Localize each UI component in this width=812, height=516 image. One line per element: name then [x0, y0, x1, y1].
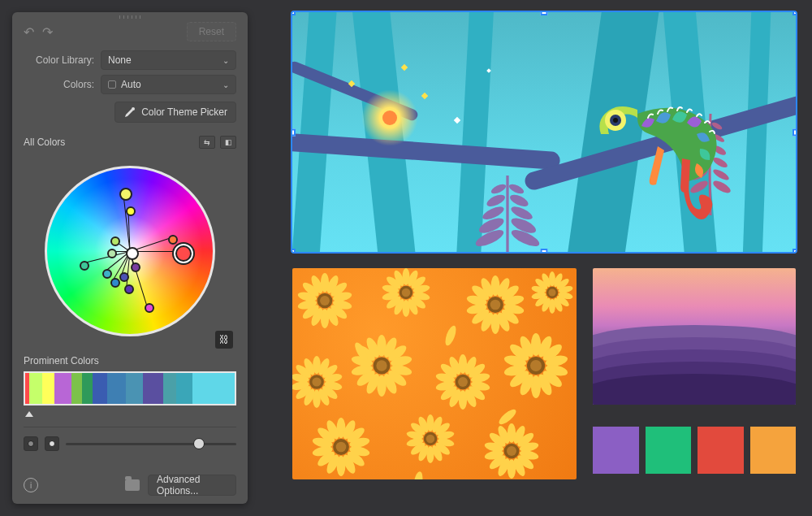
prominent-swatch[interactable]: [29, 373, 41, 404]
prominent-swatch[interactable]: [143, 373, 164, 404]
brightness-mode-toggle[interactable]: [24, 436, 38, 451]
svg-point-1: [490, 182, 508, 195]
svg-point-0: [132, 107, 135, 111]
eyedropper-icon: [123, 106, 136, 119]
palette-swatch[interactable]: [750, 427, 797, 474]
color-wheel-node[interactable]: [131, 262, 140, 272]
color-library-select[interactable]: None ⌄: [101, 50, 236, 70]
selection-handle[interactable]: [541, 12, 548, 15]
color-wheel-node[interactable]: [168, 235, 178, 245]
undo-icon[interactable]: ↶: [24, 24, 34, 40]
svg-point-105: [312, 377, 321, 386]
redo-icon[interactable]: ↷: [42, 24, 53, 40]
color-library-label: Color Library:: [24, 54, 101, 66]
flower-icon: [435, 354, 490, 410]
theme-picker-label: Color Theme Picker: [141, 106, 227, 118]
saturation-mode-toggle[interactable]: [45, 436, 59, 451]
svg-point-4: [508, 193, 530, 209]
reset-button[interactable]: Reset: [187, 22, 236, 41]
svg-point-185: [426, 435, 435, 444]
selection-handle[interactable]: [541, 249, 548, 252]
flower-icon: [531, 271, 573, 314]
sort-by-lightness-button[interactable]: ◧: [220, 136, 236, 149]
advanced-options-button[interactable]: Advanced Options...: [148, 475, 236, 496]
colors-select[interactable]: Auto ⌄: [101, 75, 236, 94]
prominent-swatch[interactable]: [93, 373, 107, 404]
color-wheel-node[interactable]: [107, 249, 117, 258]
selection-handle[interactable]: [793, 249, 796, 252]
save-to-library-icon[interactable]: [125, 479, 140, 491]
flower-icon: [312, 418, 370, 476]
flower-icon: [503, 333, 568, 398]
palette-swatch[interactable]: [646, 427, 692, 474]
colors-label: Colors:: [24, 79, 101, 90]
color-palette-row: [593, 427, 796, 474]
palette-swatch[interactable]: [593, 427, 639, 474]
flower-icon: [484, 423, 539, 479]
fern-icon: [463, 167, 552, 252]
slider-knob[interactable]: [193, 438, 205, 449]
prominent-colors-heading: Prominent Colors: [24, 355, 236, 366]
sort-by-hue-button[interactable]: ⇆: [199, 136, 215, 149]
selection-handle[interactable]: [793, 128, 796, 136]
color-wheel-node[interactable]: [110, 236, 120, 246]
chameleon-illustration: [560, 69, 739, 223]
panel-grip[interactable]: [119, 15, 140, 19]
svg-point-201: [507, 446, 516, 456]
color-wheel-node[interactable]: [126, 206, 136, 216]
color-theme-picker-button[interactable]: Color Theme Picker: [114, 102, 236, 123]
flower-icon: [292, 356, 343, 408]
artwork-flowers[interactable]: [292, 268, 577, 479]
prominent-swatch[interactable]: [42, 373, 54, 404]
adjust-slider[interactable]: [66, 436, 236, 452]
marker-caret-icon: [25, 411, 33, 417]
color-wheel-node[interactable]: [124, 284, 134, 294]
svg-point-25: [613, 118, 618, 123]
all-colors-heading: All Colors: [24, 137, 65, 148]
svg-point-3: [485, 193, 507, 209]
color-wheel-node[interactable]: [145, 303, 154, 313]
color-wheel[interactable]: ⛓: [12, 154, 248, 349]
prominent-swatch[interactable]: [192, 373, 235, 404]
chevron-down-icon: ⌄: [222, 56, 229, 65]
link-harmony-toggle[interactable]: ⛓: [215, 331, 233, 349]
flower-icon: [466, 275, 525, 334]
flower-icon: [297, 273, 352, 328]
color-library-value: None: [108, 54, 132, 66]
color-wheel-node[interactable]: [126, 247, 139, 260]
svg-point-153: [530, 360, 542, 371]
selection-handle[interactable]: [793, 12, 796, 15]
selection-handle[interactable]: [292, 249, 296, 252]
prominent-swatch[interactable]: [71, 373, 82, 404]
color-wheel-node[interactable]: [119, 188, 132, 201]
svg-point-89: [548, 288, 555, 296]
prominent-swatch[interactable]: [176, 373, 193, 404]
prominent-swatch[interactable]: [126, 373, 143, 404]
color-wheel-node[interactable]: [102, 269, 112, 279]
swatch-icon: [108, 80, 116, 89]
artwork-sunset[interactable]: [593, 268, 796, 405]
chevron-down-icon: ⌄: [222, 80, 229, 89]
svg-point-57: [402, 288, 411, 297]
palette-swatch[interactable]: [698, 427, 744, 474]
color-wheel-node[interactable]: [175, 245, 192, 262]
color-wheel-node[interactable]: [119, 272, 129, 282]
artwork-chameleon[interactable]: [292, 12, 796, 252]
color-wheel-node[interactable]: [80, 261, 89, 271]
selection-handle[interactable]: [292, 12, 296, 15]
prominent-marker-track[interactable]: [24, 407, 236, 417]
divider: [24, 427, 236, 427]
prominent-swatch[interactable]: [107, 373, 126, 404]
svg-point-169: [336, 442, 347, 453]
flower-icon: [382, 268, 430, 317]
document-canvas[interactable]: [260, 12, 800, 504]
selection-handle[interactable]: [292, 128, 296, 136]
prominent-color-strip[interactable]: [24, 371, 236, 405]
svg-point-41: [320, 296, 330, 306]
prominent-swatch[interactable]: [54, 373, 71, 404]
prominent-swatch[interactable]: [163, 373, 175, 404]
recolor-panel: ↶ ↷ Reset Color Library: None ⌄ Colors: …: [12, 12, 248, 504]
prominent-swatch[interactable]: [82, 373, 93, 404]
svg-point-73: [490, 300, 501, 310]
info-icon[interactable]: i: [24, 478, 38, 492]
